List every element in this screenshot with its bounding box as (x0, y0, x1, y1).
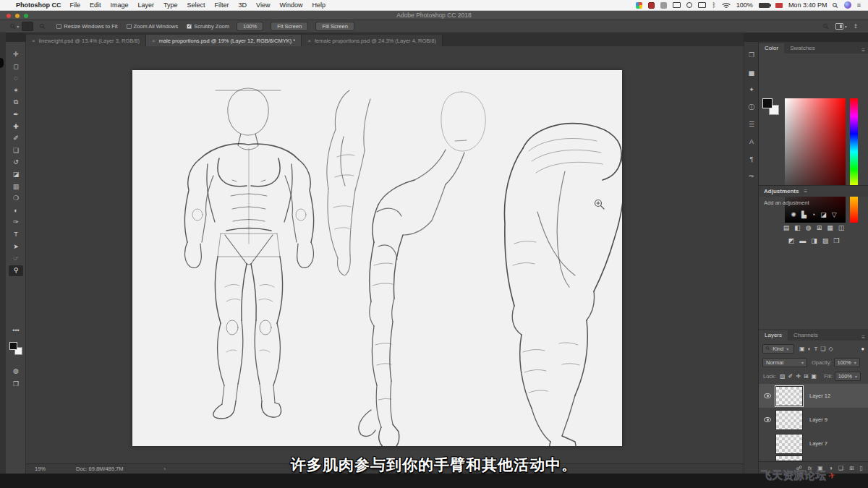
layer-row-layer-12[interactable]: Layer 12 (759, 384, 868, 408)
tab-lineweight[interactable]: × lineweight.psd @ 13.4% (Layer 3, RGB/8… (26, 35, 146, 46)
paragraph-panel-icon[interactable]: ¶ (744, 152, 759, 166)
panel-menu-icon[interactable]: ≡ (861, 47, 865, 53)
display-icon[interactable] (673, 2, 681, 8)
foreground-background-swatches[interactable] (9, 342, 22, 355)
foreground-color-swatch[interactable] (9, 342, 17, 350)
status-app-icon[interactable] (636, 2, 642, 9)
histogram-panel-icon[interactable]: ▅ (744, 65, 759, 80)
menu-image[interactable]: Image (111, 1, 129, 9)
bluetooth-icon[interactable]: ᛒ (712, 1, 715, 9)
hue-saturation-adjustment-icon[interactable]: ▤ (783, 224, 790, 231)
photo-filter-adjustment-icon[interactable]: ⊞ (817, 224, 822, 231)
screen-mode-icon[interactable]: ❐ (9, 379, 23, 390)
clone-stamp-tool[interactable]: ❏ (9, 145, 23, 156)
selective-color-adjustment-icon[interactable]: ❒ (833, 237, 839, 244)
exposure-adjustment-icon[interactable]: ◪ (820, 211, 827, 218)
lock-artboard-icon[interactable]: ⊞ (804, 373, 809, 380)
layer-thumbnail[interactable] (775, 434, 803, 454)
fill-screen-button[interactable]: Fill Screen (315, 22, 354, 32)
zoom-all-windows-checkbox[interactable]: Zoom All Windows (127, 23, 179, 30)
hand-tool[interactable]: ☞ (9, 253, 23, 264)
black-white-adjustment-icon[interactable]: ◍ (806, 224, 812, 231)
navigator-panel-icon[interactable]: ✦ (744, 82, 759, 97)
color-lookup-adjustment-icon[interactable]: ◫ (838, 224, 845, 231)
filter-smart-objects-icon[interactable]: ◇ (828, 346, 833, 352)
quick-selection-tool[interactable]: ✶ (9, 85, 23, 96)
workspace-switcher[interactable]: ▾ (835, 23, 847, 30)
history-brush-tool[interactable]: ↺ (9, 157, 23, 168)
search-icon[interactable]: ⚲ (822, 22, 831, 31)
menu-file[interactable]: File (70, 1, 81, 9)
menu-layer[interactable]: Layer (138, 1, 155, 9)
hue-slider[interactable] (850, 98, 858, 223)
fit-screen-button[interactable]: Fit Screen (271, 22, 308, 32)
siri-icon[interactable] (844, 1, 851, 9)
posterize-adjustment-icon[interactable]: ▬ (799, 237, 806, 244)
rectangular-marquee-tool[interactable]: ◻ (9, 61, 23, 72)
pen-tool[interactable]: ✑ (9, 217, 23, 228)
menu-help[interactable]: Help (312, 1, 326, 9)
brush-tool[interactable]: ✐ (9, 133, 23, 144)
filter-kind-dropdown[interactable]: ⚲ Kind▾ (762, 344, 794, 354)
menu-view[interactable]: View (256, 1, 270, 9)
channel-mixer-adjustment-icon[interactable]: ▦ (827, 224, 833, 231)
notification-center-icon[interactable]: ≡ (857, 1, 861, 9)
blur-tool[interactable]: ❍ (9, 193, 23, 204)
info-panel-icon[interactable]: ⓘ (744, 100, 759, 114)
panel-menu-icon[interactable]: ≡ (861, 334, 865, 341)
lock-position-icon[interactable]: ✛ (796, 373, 801, 380)
curves-adjustment-icon[interactable]: ◔ (812, 211, 815, 218)
tab-swatches[interactable]: Swatches (784, 43, 821, 53)
vibrance-adjustment-icon[interactable]: ▽ (832, 211, 837, 218)
properties-panel-icon[interactable]: ☰ (744, 117, 759, 132)
menu-clock[interactable]: Mon 3:40 PM (788, 1, 827, 9)
crop-tool[interactable]: ⧉ (9, 97, 23, 108)
lock-pixels-icon[interactable]: ✐ (788, 373, 793, 380)
airplay-icon[interactable] (698, 2, 706, 8)
layer-row-layer-9[interactable]: Layer 9 (759, 408, 868, 432)
app-menu-photoshop[interactable]: Photoshop CC (16, 1, 61, 9)
move-tool[interactable]: ✛ (9, 49, 23, 60)
tab-color[interactable]: Color (759, 43, 784, 53)
minimize-window-button[interactable] (15, 14, 20, 18)
layer-row-layer-7[interactable]: Layer 7 (759, 432, 868, 455)
levels-adjustment-icon[interactable]: ▙ (801, 211, 807, 218)
opacity-dropdown[interactable]: 100%▾ (834, 358, 860, 367)
zoom-tool[interactable]: ⚲ (9, 265, 23, 276)
visibility-eye-icon[interactable] (764, 417, 771, 422)
menu-edit[interactable]: Edit (90, 1, 101, 9)
close-icon[interactable]: × (32, 38, 35, 44)
zoom-in-mode-button[interactable]: ⚲ (22, 22, 33, 31)
foreground-color-swatch[interactable] (762, 98, 773, 108)
lasso-tool[interactable]: ◌ (9, 73, 23, 84)
color-balance-adjustment-icon[interactable]: ◧ (794, 224, 801, 231)
dodge-tool[interactable]: ◐ (9, 205, 23, 216)
filter-toggle-icon[interactable]: ● (861, 346, 864, 352)
wifi-icon[interactable] (722, 2, 731, 9)
filter-adjustment-layers-icon[interactable]: ◐ (808, 346, 812, 352)
resize-windows-checkbox[interactable]: Resize Windows to Fit (56, 23, 117, 30)
close-window-button[interactable] (7, 14, 11, 18)
type-tool[interactable]: T (9, 229, 23, 240)
gradient-map-adjustment-icon[interactable]: ▨ (822, 237, 829, 244)
spot-healing-tool[interactable]: ✚ (9, 121, 23, 132)
document-canvas[interactable] (132, 70, 622, 446)
brightness-contrast-adjustment-icon[interactable]: ✺ (791, 211, 796, 218)
share-icon[interactable]: ↥ (854, 23, 858, 30)
menu-select[interactable]: Select (187, 1, 205, 9)
character-panel-icon[interactable]: A (744, 134, 759, 149)
zoom-out-mode-button[interactable]: ⚲ (36, 22, 48, 31)
visibility-eye-off[interactable] (764, 441, 771, 446)
color-panel-swatches[interactable] (762, 98, 780, 116)
status-gray-app-icon[interactable] (660, 2, 667, 9)
tab-male-proportions[interactable]: × male proportions.psd @ 19% (Layer 12, … (146, 35, 302, 46)
status-red-app-icon[interactable] (648, 2, 655, 9)
filter-pixel-layers-icon[interactable]: ▣ (799, 346, 805, 352)
layer-thumbnail[interactable] (775, 410, 803, 430)
panel-menu-icon[interactable]: ≡ (804, 188, 807, 194)
scrubby-zoom-checkbox[interactable]: Scrubby Zoom (187, 23, 229, 30)
menu-type[interactable]: Type (163, 1, 178, 9)
lock-all-icon[interactable]: ▣ (812, 373, 817, 380)
tab-layers[interactable]: Layers (759, 330, 788, 341)
close-icon[interactable]: × (152, 38, 156, 44)
